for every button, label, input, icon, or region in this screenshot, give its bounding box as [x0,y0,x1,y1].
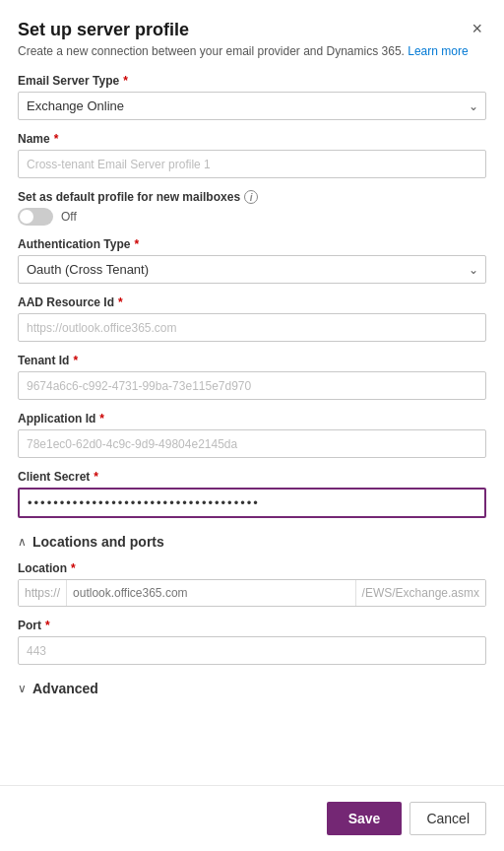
advanced-section-divider[interactable]: ∨ Advanced [18,681,486,696]
auth-type-label: Authentication Type * [18,237,486,251]
client-secret-field: Client Secret * [18,470,486,518]
required-marker: * [73,354,78,367]
location-field: Location * https:// /EWS/Exchange.asmx [18,561,486,607]
aad-resource-id-field: AAD Resource Id * [18,295,486,342]
modal-subtitle: Create a new connection between your ema… [18,44,486,58]
chevron-up-icon: ∧ [18,535,27,549]
required-marker: * [45,619,50,632]
default-profile-toggle[interactable] [18,208,53,226]
location-suffix: /EWS/Exchange.asmx [355,580,485,606]
required-marker: * [99,412,104,426]
tenant-id-input[interactable] [18,371,486,400]
cancel-button[interactable]: Cancel [410,802,486,835]
email-server-type-select-wrapper: Exchange Online Exchange Server (Hybrid)… [18,92,486,120]
chevron-down-icon: ∨ [18,682,27,695]
modal-header: Set up server profile × [18,20,486,40]
aad-resource-id-input[interactable] [18,313,486,342]
tenant-id-label: Tenant Id * [18,354,486,367]
email-server-type-select[interactable]: Exchange Online Exchange Server (Hybrid)… [18,92,486,120]
modal-footer: Save Cancel [0,785,504,851]
required-marker: * [134,237,139,251]
location-prefix: https:// [19,580,67,606]
save-button[interactable]: Save [327,802,403,835]
required-marker: * [94,470,98,484]
auth-type-select[interactable]: Oauth (Cross Tenant) OAuth Exchange Hybr… [18,255,486,284]
name-label: Name * [18,132,486,146]
toggle-row: Off [18,208,486,226]
required-marker: * [123,74,128,88]
aad-resource-id-label: AAD Resource Id * [18,295,486,309]
toggle-slider [18,208,53,226]
modal-title: Set up server profile [18,20,189,40]
application-id-field: Application Id * [18,412,486,458]
auth-type-field: Authentication Type * Oauth (Cross Tenan… [18,237,486,284]
port-field: Port * [18,619,486,665]
auth-type-select-wrapper: Oauth (Cross Tenant) OAuth Exchange Hybr… [18,255,486,284]
name-field: Name * [18,132,486,178]
locations-section-label: Locations and ports [32,534,164,550]
advanced-section-label: Advanced [32,681,98,696]
close-button[interactable]: × [468,20,486,37]
client-secret-input[interactable] [18,488,486,518]
port-label: Port * [18,619,486,632]
info-icon[interactable]: i [244,190,258,204]
location-input-row: https:// /EWS/Exchange.asmx [18,579,486,607]
required-marker: * [71,561,76,575]
default-profile-label: Set as default profile for new mailboxes… [18,190,486,204]
client-secret-label: Client Secret * [18,470,486,484]
modal-container: Set up server profile × Create a new con… [0,0,504,851]
locations-section-divider[interactable]: ∧ Locations and ports [18,534,486,550]
toggle-off-label: Off [61,210,77,224]
email-server-type-label: Email Server Type * [18,74,486,88]
learn-more-link[interactable]: Learn more [408,44,468,58]
location-middle-input[interactable] [67,580,355,606]
required-marker: * [118,295,123,309]
application-id-label: Application Id * [18,412,486,426]
port-input[interactable] [18,636,486,665]
application-id-input[interactable] [18,429,486,458]
location-label: Location * [18,561,486,575]
tenant-id-field: Tenant Id * [18,354,486,400]
email-server-type-field: Email Server Type * Exchange Online Exch… [18,74,486,120]
default-profile-field: Set as default profile for new mailboxes… [18,190,486,226]
required-marker: * [54,132,59,146]
name-input[interactable] [18,150,486,178]
